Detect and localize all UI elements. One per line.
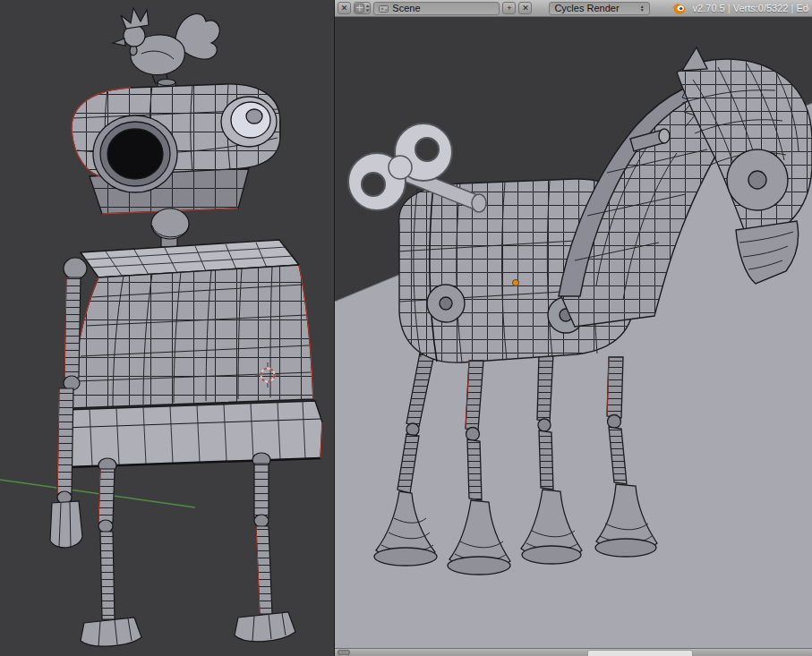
timeline-editor-icon[interactable] [338,650,350,655]
robot-viewport-canvas [0,0,334,656]
robot-body [61,240,322,467]
timeline-header-fragment [587,650,693,656]
unlink-scene-button[interactable]: ✕ [518,2,532,14]
right-editor-column: ✕ Scene + ✕ Cycles Render ▲ ▼ [334,0,812,656]
viewport-3d-right[interactable] [335,17,812,648]
dropdown-arrows-icon: ▲ ▼ [640,4,645,12]
editor-type-glyph [355,3,370,13]
blender-window: { "header": { "scene_name": "Scene", "en… [0,0,812,656]
version-stats-text: v2.70.5 | Verts:0/5322 | Edg [693,3,809,13]
blender-logo-icon [671,2,686,14]
render-engine-select[interactable]: Cycles Render ▲ ▼ [549,2,649,15]
scene-name-field[interactable]: Scene [373,2,500,15]
render-engine-value: Cycles Render [554,3,619,13]
timeline-header-strip[interactable] [335,648,812,656]
horse-viewport-canvas [335,17,812,648]
editor-type-icon[interactable] [354,2,371,14]
scene-name-text: Scene [392,3,420,13]
add-scene-button[interactable]: + [502,2,516,14]
close-icon[interactable]: ✕ [338,2,351,14]
scene-browse-icon [379,4,389,13]
object-origin-dot [513,280,519,286]
viewport-3d-left[interactable] [0,0,334,656]
info-header: ✕ Scene + ✕ Cycles Render ▲ ▼ [335,0,812,17]
